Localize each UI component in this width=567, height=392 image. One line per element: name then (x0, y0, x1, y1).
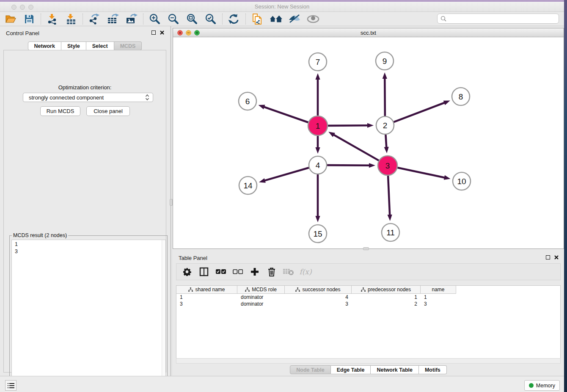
edge-4-15[interactable] (315, 175, 320, 222)
edge-1-2[interactable] (328, 123, 374, 128)
cell-shared-name[interactable]: 1 (176, 294, 237, 301)
column-chooser-icon[interactable] (198, 266, 209, 277)
tab-mcds[interactable]: MCDS (114, 41, 142, 50)
mcds-result-text[interactable]: 1 3 (11, 240, 166, 392)
graph-node-3[interactable]: 3 (378, 156, 397, 175)
graph-node-1[interactable]: 1 (308, 116, 328, 135)
zoom-out-icon[interactable] (167, 13, 180, 25)
edge-1-7[interactable] (315, 73, 320, 115)
cell-shared-name[interactable]: 3 (176, 301, 237, 307)
column-header-shared-name[interactable]: shared name (176, 286, 237, 294)
edge-3-10[interactable] (398, 168, 450, 180)
search-box[interactable] (437, 14, 559, 24)
import-network-icon[interactable] (46, 13, 59, 25)
table-panel: Table Panel (173, 251, 564, 376)
close-panel-button[interactable]: Close panel (86, 106, 130, 116)
graph-node-7[interactable]: 7 (309, 53, 327, 71)
cell-successor-nodes[interactable]: 4 (285, 294, 352, 301)
node-label: 6 (245, 97, 250, 106)
zoom-fit-icon[interactable] (186, 13, 198, 25)
cell-predecessor-nodes[interactable]: 1 (352, 294, 421, 301)
task-history-button[interactable] (5, 380, 17, 391)
graph-node-4[interactable]: 4 (309, 156, 327, 174)
close-panel-icon[interactable] (160, 30, 165, 35)
splitter-grip[interactable] (170, 199, 173, 206)
graph-node-10[interactable]: 10 (453, 172, 471, 190)
delete-table-icon[interactable] (283, 266, 294, 277)
edge-4-3[interactable] (328, 163, 375, 168)
select-all-rows-icon[interactable] (215, 266, 226, 277)
export-image-icon[interactable] (125, 13, 138, 25)
graph-node-8[interactable]: 8 (452, 88, 470, 105)
graph-node-11[interactable]: 11 (382, 224, 399, 241)
import-table-icon[interactable] (65, 13, 77, 25)
duplicate-network-icon[interactable] (251, 13, 264, 25)
cell-successor-nodes[interactable]: 3 (285, 301, 352, 307)
hide-selected-icon[interactable] (288, 13, 301, 25)
close-table-panel-icon[interactable] (554, 255, 559, 260)
dropdown-selected-value: strongly connected component (29, 94, 145, 101)
tab-motifs[interactable]: Motifs (419, 365, 447, 374)
refresh-layout-icon[interactable] (228, 13, 240, 25)
tab-style[interactable]: Style (61, 41, 86, 50)
graph-node-9[interactable]: 9 (376, 52, 394, 70)
column-header-name[interactable]: name (421, 286, 456, 294)
column-header-mcds-role[interactable]: MCDS role (237, 286, 285, 294)
cell-mcds-role[interactable]: dominator (237, 294, 285, 301)
graph-node-15[interactable]: 15 (309, 225, 327, 243)
function-builder-icon[interactable]: f(x) (300, 266, 311, 277)
cell-name[interactable]: 1 (421, 294, 456, 301)
edge-4-14[interactable] (259, 168, 308, 182)
first-neighbors-icon[interactable] (270, 13, 282, 25)
tab-network[interactable]: Network (28, 41, 61, 50)
optimization-criterion-dropdown[interactable]: strongly connected component (23, 93, 153, 102)
edge-2-8[interactable] (394, 101, 450, 122)
result-scrollbar[interactable] (162, 240, 165, 392)
column-header-predecessor-nodes[interactable]: predecessor nodes (352, 286, 421, 294)
column-header-successor-nodes[interactable]: successor nodes (285, 286, 352, 294)
export-network-icon[interactable] (88, 13, 101, 25)
cell-mcds-role[interactable]: dominator (237, 301, 285, 307)
tab-node-table[interactable]: Node Table (290, 365, 330, 374)
table-row[interactable]: 1 dominator 4 1 1 (176, 294, 560, 301)
edge-3-1[interactable] (328, 132, 378, 160)
vertical-splitter[interactable] (170, 26, 173, 376)
zoom-selected-icon[interactable] (204, 13, 217, 25)
search-input[interactable] (449, 16, 559, 22)
node-table[interactable]: shared name MCDS role successor nodes pr… (176, 285, 561, 358)
delete-column-icon[interactable] (266, 266, 277, 277)
memory-button[interactable]: Memory (524, 380, 560, 391)
result-line: 3 (15, 248, 165, 255)
edge-3-11[interactable] (388, 176, 392, 221)
tab-select[interactable]: Select (86, 41, 114, 50)
tab-network-table[interactable]: Network Table (371, 365, 419, 374)
network-window-titlebar[interactable]: scc.txt (173, 28, 564, 37)
graph-node-14[interactable]: 14 (239, 177, 257, 194)
toolbar-separator (83, 14, 83, 25)
cell-predecessor-nodes[interactable]: 2 (352, 301, 421, 307)
table-row[interactable]: 3 dominator 3 2 3 (176, 301, 560, 307)
horizontal-splitter-grip[interactable] (363, 247, 369, 250)
settings-gear-icon[interactable] (182, 266, 193, 277)
deselect-all-rows-icon[interactable] (232, 266, 243, 277)
network-canvas[interactable]: 7968124314101511 (173, 37, 564, 248)
save-session-icon[interactable] (23, 13, 36, 25)
table-horizontal-scrollbar[interactable] (176, 358, 561, 364)
graph-node-2[interactable]: 2 (376, 116, 394, 134)
edge-1-6[interactable] (258, 105, 308, 122)
run-mcds-button[interactable]: Run MCDS (40, 106, 80, 116)
graph-node-6[interactable]: 6 (239, 92, 256, 110)
cell-name[interactable]: 3 (421, 301, 456, 307)
show-all-icon[interactable] (307, 13, 319, 25)
table-tabs: Node Table Edge Table Network Table Moti… (173, 365, 564, 374)
add-column-icon[interactable] (249, 266, 260, 277)
float-table-panel-icon[interactable] (546, 255, 550, 259)
float-panel-icon[interactable] (151, 30, 156, 35)
zoom-in-icon[interactable] (149, 13, 161, 25)
edge-2-9[interactable] (383, 72, 387, 116)
open-file-icon[interactable] (4, 13, 17, 25)
tab-edge-table[interactable]: Edge Table (331, 365, 371, 374)
edge-2-3[interactable] (384, 135, 389, 153)
export-table-icon[interactable] (107, 13, 119, 25)
edge-1-4[interactable] (315, 136, 320, 154)
